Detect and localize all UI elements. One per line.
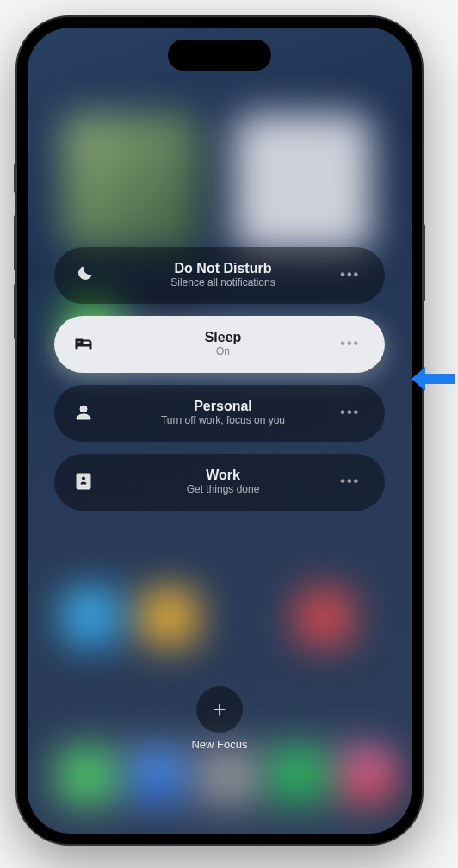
dynamic-island xyxy=(168,40,271,71)
focus-row-texts: Work Get things done xyxy=(108,468,338,495)
focus-title: Personal xyxy=(108,399,338,414)
focus-subtitle: Turn off work, focus on you xyxy=(108,414,338,426)
person-icon xyxy=(70,399,97,426)
focus-row-texts: Do Not Disturb Silence all notifications xyxy=(108,261,338,288)
bed-icon xyxy=(70,330,97,357)
focus-row-sleep[interactable]: Sleep On ••• xyxy=(54,316,385,373)
ellipsis-icon[interactable]: ••• xyxy=(338,263,362,287)
focus-row-texts: Sleep On xyxy=(108,330,338,357)
screen: Do Not Disturb Silence all notifications… xyxy=(28,28,412,834)
focus-list: Do Not Disturb Silence all notifications… xyxy=(54,247,385,511)
focus-subtitle: Get things done xyxy=(108,483,338,495)
iphone-frame: Do Not Disturb Silence all notifications… xyxy=(17,17,422,844)
focus-subtitle: On xyxy=(108,345,338,357)
side-button-vol-down xyxy=(14,284,17,339)
callout-arrow-icon xyxy=(410,362,456,396)
side-button-power xyxy=(422,224,425,301)
plus-icon xyxy=(210,700,229,719)
new-focus: New Focus xyxy=(28,686,412,751)
side-button-vol-up xyxy=(14,215,17,270)
focus-title: Sleep xyxy=(108,330,338,345)
ellipsis-icon[interactable]: ••• xyxy=(338,469,362,493)
new-focus-label: New Focus xyxy=(191,738,247,751)
focus-picker-sheet: Do Not Disturb Silence all notifications… xyxy=(28,28,412,834)
badge-icon xyxy=(70,468,97,495)
focus-row-dnd[interactable]: Do Not Disturb Silence all notifications… xyxy=(54,247,385,304)
moon-icon xyxy=(70,261,97,288)
focus-row-work[interactable]: Work Get things done ••• xyxy=(54,454,385,511)
side-button-ringer xyxy=(14,164,17,193)
focus-title: Do Not Disturb xyxy=(108,261,338,276)
ellipsis-icon[interactable]: ••• xyxy=(338,332,362,356)
add-focus-button[interactable] xyxy=(196,686,243,733)
focus-row-texts: Personal Turn off work, focus on you xyxy=(108,399,338,426)
focus-row-personal[interactable]: Personal Turn off work, focus on you ••• xyxy=(54,385,385,442)
ellipsis-icon[interactable]: ••• xyxy=(338,400,362,425)
focus-title: Work xyxy=(108,468,338,483)
focus-subtitle: Silence all notifications xyxy=(108,276,338,288)
